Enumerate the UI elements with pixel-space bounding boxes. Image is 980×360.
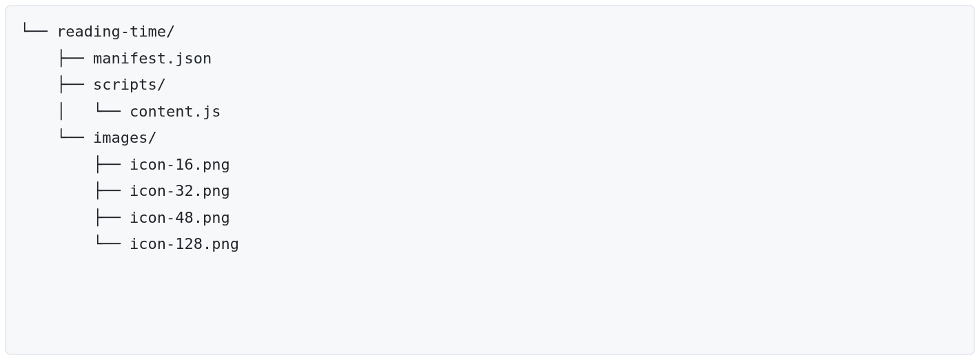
- tree-line: │ └── content.js: [20, 99, 960, 126]
- tree-line: └── reading-time/: [20, 19, 960, 46]
- tree-line: ├── icon-32.png: [20, 178, 960, 205]
- file-tree-block: └── reading-time/ ├── manifest.json ├── …: [6, 6, 974, 354]
- tree-line: ├── scripts/: [20, 72, 960, 99]
- tree-line: ├── icon-16.png: [20, 152, 960, 179]
- tree-line: ├── manifest.json: [20, 46, 960, 72]
- tree-line: └── images/: [20, 125, 960, 152]
- tree-line: └── icon-128.png: [20, 231, 960, 258]
- tree-line: ├── icon-48.png: [20, 205, 960, 232]
